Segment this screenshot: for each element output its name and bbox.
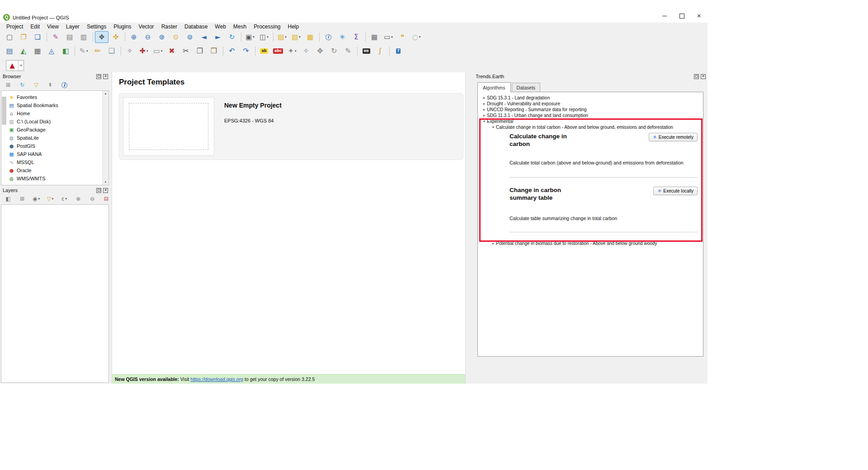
template-card-new-empty-project[interactable]: New Empty Project EPSG:4326 - WGS 84 [119, 93, 463, 160]
select-by-expression-button[interactable]: ▧▾ [289, 31, 303, 43]
pan-map-button[interactable]: ✥ [95, 31, 108, 43]
menu-help[interactable]: Help [284, 23, 303, 30]
pin-labels-button[interactable]: ✦▾ [285, 45, 299, 57]
copy-features-button[interactable]: ❐ [193, 45, 207, 57]
menu-plugins[interactable]: Plugins [110, 23, 135, 30]
redo-button[interactable]: ↷ [239, 45, 253, 57]
trends-earth-button[interactable]: ▲ [6, 61, 18, 70]
zoom-out-button[interactable]: ⊖ [141, 31, 155, 43]
tree-item-calc-total-carbon[interactable]: ▾Calculate change in total carbon - Abov… [478, 124, 703, 130]
tree-item-sdg-1131[interactable]: ▸SDG 11.3.1 - Urban change and land cons… [478, 113, 703, 118]
zoom-to-layer-button[interactable]: ⊚ [183, 31, 197, 43]
menu-vector[interactable]: Vector [135, 23, 158, 30]
layers-float-icon[interactable] [96, 188, 101, 193]
move-label-button[interactable]: ✥ [313, 45, 327, 57]
processing-toolbox-button[interactable]: ✳ [335, 31, 349, 43]
select-features-button[interactable]: ▨▾ [275, 31, 289, 43]
browser-item-oracle[interactable]: ●Oracle [1, 166, 108, 174]
tab-algorithms[interactable]: Algorithms [477, 82, 511, 92]
browser-item-geopackage[interactable]: ▣GeoPackage [1, 126, 108, 134]
browser-item-partial[interactable]: ▦ [1, 183, 108, 185]
menu-layer[interactable]: Layer [62, 23, 83, 30]
tree-item-unccd[interactable]: ▸UNCCD Reporting - Summarize data for re… [478, 107, 703, 113]
zoom-to-selection-button[interactable]: ⊙ [169, 31, 183, 43]
modify-attributes-button[interactable]: ▭▾ [151, 45, 165, 57]
zoom-next-button[interactable]: ► [211, 31, 225, 43]
collapse-all-layers-button[interactable]: ⊖ [86, 194, 98, 204]
layer-diagram-button[interactable]: abc [271, 45, 285, 57]
identify-features-button[interactable]: i [321, 31, 335, 43]
annotations-button[interactable]: ◌▾ [410, 31, 423, 43]
minimize-button[interactable] [656, 10, 673, 21]
browser-item-spatial-bookmarks[interactable]: ▸▤Spatial Bookmarks [1, 101, 108, 109]
open-layer-styling-button[interactable]: ◧ [2, 194, 14, 204]
new-map-view-button[interactable]: ▣▾ [243, 31, 257, 43]
browser-item-postgis[interactable]: ●PostGIS [1, 142, 108, 150]
vertex-tool-button[interactable]: ✚▾ [137, 45, 151, 57]
statistical-summary-button[interactable]: Σ [349, 31, 363, 43]
menu-edit[interactable]: Edit [27, 23, 43, 30]
style-manager-button[interactable]: ✎ [49, 31, 62, 43]
layers-close-icon[interactable]: ✕ [103, 188, 108, 193]
browser-item-home[interactable]: ▸⌂Home [1, 109, 108, 118]
tree-item-potential-biomass[interactable]: ▸Potential change in biomass due to rest… [478, 240, 703, 246]
add-mesh-layer-button[interactable]: ◬ [45, 45, 58, 57]
refresh-browser-button[interactable]: ↻ [16, 80, 28, 90]
add-vector-layer-button[interactable]: ◭ [17, 45, 30, 57]
execute-remotely-button[interactable]: ✳Execute remotely [649, 133, 698, 141]
browser-item-sap-hana[interactable]: ▦SAP HANA [1, 150, 108, 158]
execute-locally-button[interactable]: ✳Execute locally [653, 187, 698, 195]
menu-project[interactable]: Project [3, 23, 27, 30]
menu-database[interactable]: Database [181, 23, 211, 30]
collapse-all-button[interactable]: ⇞ [44, 80, 56, 90]
digitize-with-segment-button[interactable]: ✧ [123, 45, 137, 57]
rotate-label-button[interactable]: ↻ [327, 45, 341, 57]
tree-item-experimental[interactable]: ▾Experimental [478, 118, 703, 124]
remove-layer-button[interactable]: ⊟ [100, 194, 112, 204]
expand-all-button[interactable]: ⊕ [72, 194, 84, 204]
change-label-button[interactable]: ✎ [341, 45, 355, 57]
add-group-button[interactable]: ⊞ [16, 194, 28, 204]
toggle-editing-button[interactable]: ✏ [91, 45, 104, 57]
current-edits-button[interactable]: ✎▾ [77, 45, 90, 57]
menu-mesh[interactable]: Mesh [230, 23, 250, 30]
menu-processing[interactable]: Processing [250, 23, 284, 30]
pan-to-selection-button[interactable]: ✜ [109, 31, 123, 43]
browser-item-wms-wmts[interactable]: ◍WMS/WMTS [1, 174, 108, 183]
cut-features-button[interactable]: ✂ [179, 45, 193, 57]
refresh-map-button[interactable]: ↻ [225, 31, 239, 43]
browser-properties-button[interactable]: i [58, 80, 70, 90]
new-print-layout-button[interactable]: ▤ [63, 31, 76, 43]
delete-selected-button[interactable]: ✖ [165, 45, 179, 57]
add-raster-layer-button[interactable]: ▦ [31, 45, 44, 57]
browser-item-spatialite[interactable]: ◍SpatiaLite [1, 134, 108, 142]
browser-item-local-disk[interactable]: ▸▥C:\ (Local Disk) [1, 118, 108, 126]
save-project-button[interactable]: ❏ [31, 31, 44, 43]
undo-button[interactable]: ↶ [225, 45, 239, 57]
layer-labeling-button[interactable]: ab [257, 45, 271, 57]
tree-item-sdg-1531[interactable]: ▸SDG 15.3.1 - Land degradation [478, 95, 703, 101]
show-layout-manager-button[interactable]: ▥ [77, 31, 90, 43]
paste-features-button[interactable]: ❒ [207, 45, 221, 57]
filter-by-expression-button[interactable]: ε▾ [58, 194, 70, 204]
menu-raster[interactable]: Raster [158, 23, 181, 30]
open-data-source-manager-button[interactable]: ▤ [3, 45, 16, 57]
open-attribute-table-button[interactable]: ▦ [368, 31, 381, 43]
scroll-down-icon[interactable]: ▼ [104, 179, 107, 185]
browser-close-icon[interactable]: ✕ [103, 74, 108, 79]
filter-legend-button[interactable]: ▽▾ [44, 194, 56, 204]
tree-item-drought[interactable]: ▸Drought - Vulnerability and exposure [478, 101, 703, 107]
scrollbar-thumb[interactable] [2, 97, 6, 125]
map-tips-button[interactable]: ❝ [396, 31, 409, 43]
trends-float-icon[interactable] [694, 74, 699, 79]
tab-datasets[interactable]: Datasets [512, 83, 540, 92]
open-project-button[interactable]: ❐ [17, 31, 30, 43]
menu-view[interactable]: View [43, 23, 62, 30]
browser-item-favorites[interactable]: ★Favorites [1, 93, 108, 101]
new-project-button[interactable]: ▢ [3, 31, 16, 43]
deselect-features-button[interactable]: ▩ [303, 31, 317, 43]
browser-scrollbar[interactable]: ▲ ▼ [102, 91, 108, 185]
scroll-up-icon[interactable]: ▲ [104, 91, 107, 96]
browser-float-icon[interactable] [96, 74, 101, 79]
zoom-last-button[interactable]: ◄ [197, 31, 211, 43]
